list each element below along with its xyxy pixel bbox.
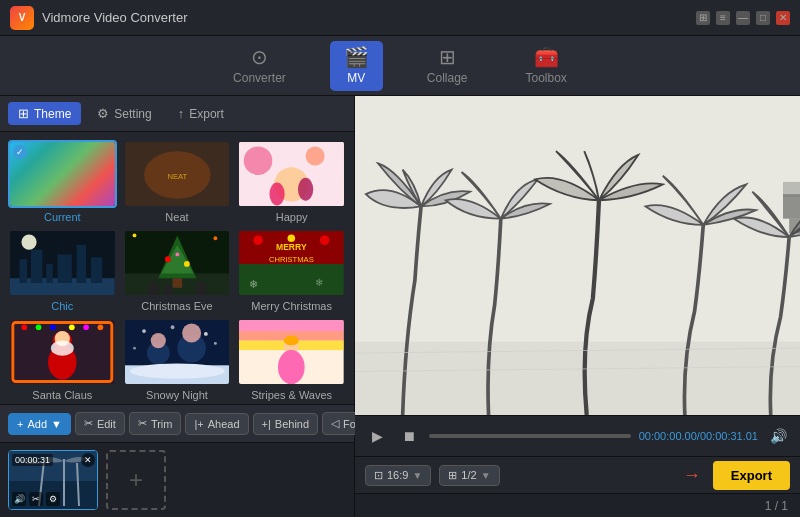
svg-point-24	[184, 261, 190, 267]
svg-point-51	[98, 324, 104, 330]
main-area: ⊞ Theme ⚙ Setting ↑ Export ✓ Current	[0, 96, 800, 517]
svg-point-46	[21, 324, 27, 330]
ratio-dropdown-icon: ▼	[412, 470, 422, 481]
theme-happy-preview	[239, 142, 344, 206]
svg-point-55	[150, 333, 165, 348]
theme-chic-preview	[10, 231, 115, 295]
close-button[interactable]: ✕	[776, 11, 790, 25]
behind-button[interactable]: +| Behind	[253, 413, 319, 435]
right-panel: ▶ ⏹ 00:00:00.00/00:00:31.01 🔊 ⊡ 16:9 ▼	[355, 96, 800, 517]
theme-current-thumb: ✓	[8, 140, 117, 208]
add-clip-button[interactable]: +	[106, 450, 166, 510]
svg-point-5	[306, 146, 325, 165]
theme-merry-christmas[interactable]: MERRY CHRISTMAS ❄ ❄ Merry Christmas	[237, 229, 346, 312]
volume-button[interactable]: 🔊	[766, 424, 790, 448]
quality-icon: ⊞	[448, 469, 457, 482]
trim-button[interactable]: ✂ Trim	[129, 412, 182, 435]
navbar: ⊙ Converter 🎬 MV ⊞ Collage 🧰 Toolbox	[0, 36, 800, 96]
theme-santa-claus[interactable]: Santa Claus	[8, 318, 117, 401]
svg-point-47	[36, 324, 42, 330]
tab-setting[interactable]: ⚙ Setting	[87, 102, 161, 125]
mv-icon: 🎬	[344, 47, 369, 67]
theme-neat-thumb: NEAT	[123, 140, 232, 208]
grid-icon-btn[interactable]: ⊞	[696, 11, 710, 25]
clip-volume-icon[interactable]: 🔊	[12, 492, 26, 506]
svg-point-25	[175, 253, 179, 257]
titlebar: V Vidmore Video Converter ⊞ ≡ — □ ✕	[0, 0, 800, 36]
maximize-button[interactable]: □	[756, 11, 770, 25]
svg-point-30	[213, 236, 217, 240]
ahead-label: Ahead	[208, 418, 240, 430]
theme-neat[interactable]: NEAT Neat	[123, 140, 232, 223]
theme-santa-claus-label: Santa Claus	[32, 389, 92, 401]
nav-converter-label: Converter	[233, 71, 286, 85]
nav-toolbox-label: Toolbox	[526, 71, 567, 85]
export-tab-icon: ↑	[178, 106, 185, 121]
add-button[interactable]: + Add ▼	[8, 413, 71, 435]
format-bar: ⊡ 16:9 ▼ ⊞ 1/2 ▼ → Export	[355, 457, 800, 493]
quality-select[interactable]: ⊞ 1/2 ▼	[439, 465, 499, 486]
stop-button[interactable]: ⏹	[397, 424, 421, 448]
theme-stripes-waves-label: Stripes & Waves	[251, 389, 332, 401]
nav-mv-label: MV	[347, 71, 365, 85]
clip-settings-icon[interactable]: ⚙	[46, 492, 60, 506]
theme-christmas-eve-thumb	[123, 229, 232, 297]
play-icon: ▶	[372, 428, 383, 444]
svg-rect-15	[77, 245, 87, 283]
clip-duration: 00:00:31	[12, 454, 53, 466]
svg-text:CHRISTMAS: CHRISTMAS	[269, 255, 314, 264]
trim-icon: ✂	[138, 417, 147, 430]
ratio-select[interactable]: ⊡ 16:9 ▼	[365, 465, 431, 486]
tab-export[interactable]: ↑ Export	[168, 102, 234, 125]
svg-rect-11	[20, 259, 28, 283]
behind-icon: +|	[262, 418, 271, 430]
theme-current[interactable]: ✓ Current	[8, 140, 117, 223]
behind-label: Behind	[275, 418, 309, 430]
svg-point-23	[165, 256, 171, 262]
tab-theme[interactable]: ⊞ Theme	[8, 102, 81, 125]
nav-converter[interactable]: ⊙ Converter	[219, 41, 300, 91]
nav-mv[interactable]: 🎬 MV	[330, 41, 383, 91]
timeline-clip-1[interactable]: ✕ 00:00:31 🔊 ✂ ⚙	[8, 450, 98, 510]
left-panel: ⊞ Theme ⚙ Setting ↑ Export ✓ Current	[0, 96, 355, 517]
svg-point-63	[214, 342, 217, 345]
svg-point-50	[83, 324, 89, 330]
play-button[interactable]: ▶	[365, 424, 389, 448]
svg-point-36	[320, 235, 330, 245]
tab-theme-label: Theme	[34, 107, 71, 121]
svg-point-29	[132, 234, 136, 238]
theme-snowy-night[interactable]: Snowy Night	[123, 318, 232, 401]
theme-snowy-night-label: Snowy Night	[146, 389, 208, 401]
edit-label: Edit	[97, 418, 116, 430]
svg-rect-81	[783, 194, 800, 219]
minimize-button[interactable]: —	[736, 11, 750, 25]
theme-christmas-eve[interactable]: Christmas Eve	[123, 229, 232, 312]
svg-point-58	[129, 363, 224, 378]
menu-icon-btn[interactable]: ≡	[716, 11, 730, 25]
theme-santa-claus-preview	[10, 320, 115, 384]
theme-merry-christmas-thumb: MERRY CHRISTMAS ❄ ❄	[237, 229, 346, 297]
app-title: Vidmore Video Converter	[42, 10, 696, 25]
progress-bar[interactable]	[429, 434, 631, 438]
page-counter: 1 / 1	[765, 499, 788, 513]
theme-happy[interactable]: Happy	[237, 140, 346, 223]
titlebar-controls: ⊞ ≡ — □ ✕	[696, 11, 790, 25]
svg-text:NEAT: NEAT	[167, 172, 187, 181]
theme-stripes-waves[interactable]: Stripes & Waves	[237, 318, 346, 401]
svg-text:❄: ❄	[249, 278, 258, 290]
clip-close-button[interactable]: ✕	[81, 453, 95, 467]
export-button[interactable]: Export	[713, 461, 790, 490]
ahead-button[interactable]: |+ Ahead	[185, 413, 248, 435]
add-label: Add	[27, 418, 47, 430]
time-current: 00:00:00.00	[639, 430, 697, 442]
theme-stripes-waves-thumb	[237, 318, 346, 386]
svg-point-4	[244, 146, 273, 175]
svg-point-62	[133, 347, 136, 350]
ratio-icon: ⊡	[374, 469, 383, 482]
svg-point-17	[21, 234, 36, 249]
theme-chic[interactable]: Chic	[8, 229, 117, 312]
edit-button[interactable]: ✂ Edit	[75, 412, 125, 435]
nav-collage[interactable]: ⊞ Collage	[413, 41, 482, 91]
clip-scissors-icon[interactable]: ✂	[29, 492, 43, 506]
nav-toolbox[interactable]: 🧰 Toolbox	[512, 41, 581, 91]
